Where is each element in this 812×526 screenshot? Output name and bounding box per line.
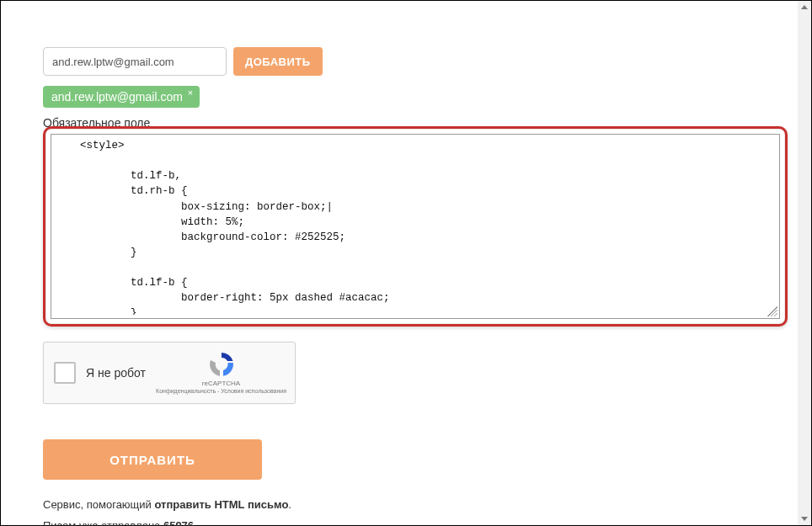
recaptcha-widget: Я не робот reCAPTCHA Конфиденциальность … <box>43 342 296 404</box>
html-code-textarea[interactable] <box>51 135 779 315</box>
send-button[interactable]: ОТПРАВИТЬ <box>43 439 262 480</box>
code-highlight-frame <box>43 126 788 327</box>
email-input[interactable] <box>43 47 227 76</box>
email-row: ДОБАВИТЬ <box>43 47 788 76</box>
recaptcha-logo-icon <box>208 351 235 378</box>
email-tag: and.rew.lptw@gmail.com × <box>43 86 200 108</box>
recaptcha-brand-text: reCAPTCHA <box>156 380 286 388</box>
page-content: ДОБАВИТЬ and.rew.lptw@gmail.com × Обязат… <box>43 47 788 525</box>
recaptcha-checkbox[interactable] <box>54 362 76 384</box>
window-frame: ДОБАВИТЬ and.rew.lptw@gmail.com × Обязат… <box>0 0 812 526</box>
service-desc-bold: отправить HTML письмо <box>154 498 288 511</box>
add-button[interactable]: ДОБАВИТЬ <box>233 47 323 76</box>
textarea-resize-handle[interactable] <box>767 306 777 316</box>
sent-prefix: Писем уже отправлено <box>43 519 163 526</box>
sent-suffix: . <box>194 519 197 526</box>
service-description: Сервис, помогающий отправить HTML письмо… <box>43 498 788 511</box>
recaptcha-branding: reCAPTCHA Конфиденциальность - Условия и… <box>156 351 286 395</box>
email-tags: and.rew.lptw@gmail.com × <box>43 86 788 108</box>
service-desc-prefix: Сервис, помогающий <box>43 498 154 511</box>
scroll-up-arrow[interactable] <box>799 3 809 13</box>
scroll-down-arrow[interactable] <box>799 513 809 523</box>
sent-counter: Писем уже отправлено 65976. <box>43 519 788 526</box>
page-scrollbar[interactable] <box>798 1 811 525</box>
recaptcha-label: Я не робот <box>86 366 156 380</box>
tag-remove-icon[interactable]: × <box>188 88 193 98</box>
email-tag-text: and.rew.lptw@gmail.com <box>51 90 183 104</box>
recaptcha-terms[interactable]: Конфиденциальность - Условия использован… <box>156 388 286 395</box>
sent-count: 65976 <box>163 519 194 526</box>
service-desc-suffix: . <box>288 498 291 511</box>
code-textarea-wrap <box>51 134 780 319</box>
